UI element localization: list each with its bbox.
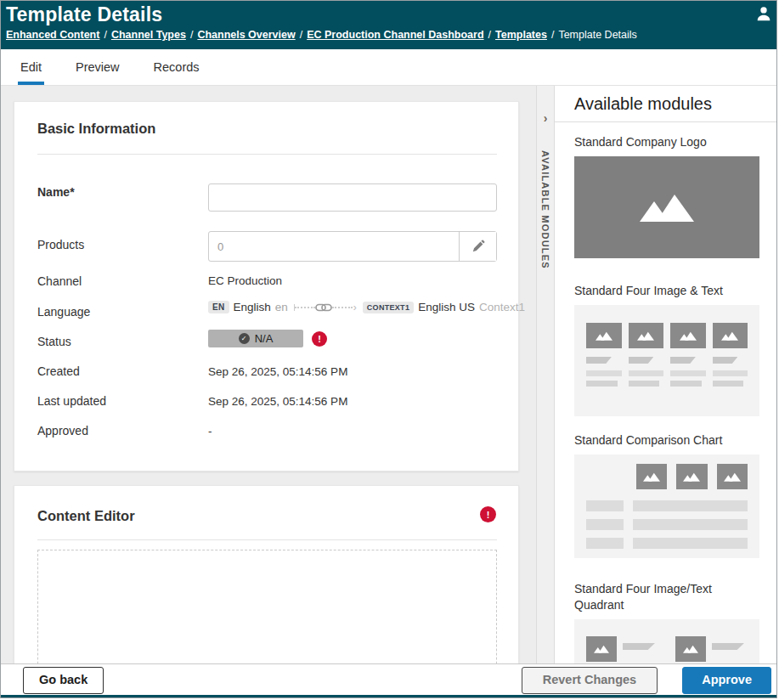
products-label: Products (37, 238, 84, 251)
breadcrumb-separator: / (104, 29, 106, 41)
module-thumbnail[interactable] (574, 305, 759, 416)
image-placeholder-icon (680, 331, 697, 341)
content-editor-card: Content Editor ! (14, 485, 519, 663)
edit-products-button[interactable] (459, 232, 496, 261)
template-details-window: Template Details Enhanced Content/Channe… (0, 0, 777, 698)
channel-label: Channel (37, 274, 82, 288)
available-modules-panel: Available modules Standard Company Logo … (555, 86, 777, 663)
module-label: Standard Four Image & Text (574, 283, 759, 299)
channel-value: EC Production (208, 274, 282, 287)
module-label: Standard Four Image/Text Quadrant (574, 581, 759, 613)
revert-changes-button[interactable]: Revert Changes (522, 667, 658, 694)
approved-value: - (208, 425, 212, 438)
page-title: Template Details (6, 3, 768, 26)
pencil-icon (471, 240, 485, 253)
language-mapping: EN English en › CONTEXT1 English US Cont… (208, 301, 525, 313)
check-circle-icon: ✓ (239, 333, 250, 344)
language-link-connector: › (294, 302, 357, 313)
language-source-name: English (234, 301, 271, 313)
status-field: ✓ N/A ! (208, 330, 327, 347)
breadcrumb-channels-overview[interactable]: Channels Overview (197, 29, 295, 41)
module-standard-four-image-text[interactable]: Standard Four Image & Text (574, 283, 759, 416)
name-input[interactable] (208, 183, 497, 212)
tab-preview[interactable]: Preview (73, 49, 122, 85)
breadcrumb-current: Template Details (558, 29, 636, 41)
image-placeholder-icon (724, 472, 741, 482)
breadcrumb-ec-production-channel-dashboard[interactable]: EC Production Channel Dashboard (307, 29, 483, 41)
page-header: Template Details Enhanced Content/Channe… (1, 1, 776, 49)
tab-bar: Edit Preview Records (1, 49, 776, 86)
chevron-right-icon: › (353, 302, 357, 313)
breadcrumb-channel-types[interactable]: Channel Types (111, 29, 186, 41)
collapse-panel-chevron-icon[interactable]: › (537, 111, 554, 125)
footer-action-bar: Go back Revert Changes Approve (1, 663, 776, 697)
link-icon (315, 303, 332, 312)
image-placeholder-icon (594, 645, 609, 653)
divider (37, 539, 497, 540)
language-target-context: Context1 (479, 301, 525, 313)
divider (37, 154, 497, 155)
breadcrumb-templates[interactable]: Templates (495, 29, 547, 41)
image-placeholder-icon (640, 193, 694, 222)
tab-edit[interactable]: Edit (18, 49, 44, 85)
modules-collapse-strip: › AVAILABLE MODULES (536, 86, 555, 663)
window-bottom-border (1, 695, 776, 697)
approved-label: Approved (37, 424, 88, 438)
module-label: Standard Company Logo (574, 134, 759, 150)
module-standard-company-logo[interactable]: Standard Company Logo (574, 134, 759, 258)
image-placeholder-icon (637, 331, 654, 341)
content-editor-dropzone[interactable] (37, 550, 497, 663)
name-label: Name* (37, 185, 75, 199)
image-placeholder-icon (721, 331, 738, 341)
created-value: Sep 26, 2025, 05:14:56 PM (208, 365, 347, 378)
status-value: N/A (255, 332, 274, 345)
breadcrumb-separator: / (300, 29, 302, 41)
products-input[interactable] (209, 232, 459, 261)
modules-strip-label[interactable]: AVAILABLE MODULES (540, 150, 550, 269)
module-thumbnail[interactable] (574, 156, 759, 258)
language-source-code: en (275, 301, 288, 313)
breadcrumb-separator: / (551, 29, 554, 41)
breadcrumb-separator: / (190, 29, 193, 41)
language-target-name: English US (418, 301, 475, 313)
module-standard-comparison-chart[interactable]: Standard Comparison Chart (574, 432, 759, 558)
breadcrumb-separator: / (488, 29, 491, 41)
available-modules-title: Available modules (555, 86, 777, 122)
breadcrumb: Enhanced Content/Channel Types/Channels … (6, 29, 768, 41)
image-placeholder-icon (683, 472, 700, 482)
image-placeholder-icon (596, 331, 612, 341)
status-badge: ✓ N/A (208, 330, 303, 347)
module-thumbnail[interactable] (574, 619, 759, 663)
image-placeholder-icon (643, 472, 660, 482)
module-label: Standard Comparison Chart (574, 432, 759, 449)
image-placeholder-icon (683, 645, 698, 653)
language-target-badge: CONTEXT1 (363, 302, 414, 313)
content-editor-title: Content Editor (37, 508, 135, 524)
user-icon[interactable] (754, 4, 773, 23)
module-thumbnail[interactable] (574, 454, 759, 558)
language-label: Language (37, 305, 90, 319)
language-source-badge: EN (208, 301, 229, 313)
content-editor-error-icon: ! (480, 506, 496, 522)
status-label: Status (37, 335, 71, 348)
products-field (208, 231, 497, 262)
breadcrumb-enhanced-content[interactable]: Enhanced Content (6, 29, 99, 41)
tab-records[interactable]: Records (151, 49, 202, 85)
basic-information-title: Basic Information (37, 121, 155, 137)
last-updated-label: Last updated (37, 394, 106, 408)
module-standard-four-image-text-quadrant[interactable]: Standard Four Image/Text Quadrant (574, 581, 759, 663)
basic-information-card: Basic Information Name* Products Channel… (14, 101, 519, 471)
main-content: Basic Information Name* Products Channel… (1, 86, 536, 663)
approve-button[interactable]: Approve (682, 667, 771, 694)
status-error-icon: ! (312, 331, 327, 347)
last-updated-value: Sep 26, 2025, 05:14:56 PM (208, 395, 347, 408)
go-back-button[interactable]: Go back (23, 667, 104, 694)
created-label: Created (37, 364, 80, 378)
